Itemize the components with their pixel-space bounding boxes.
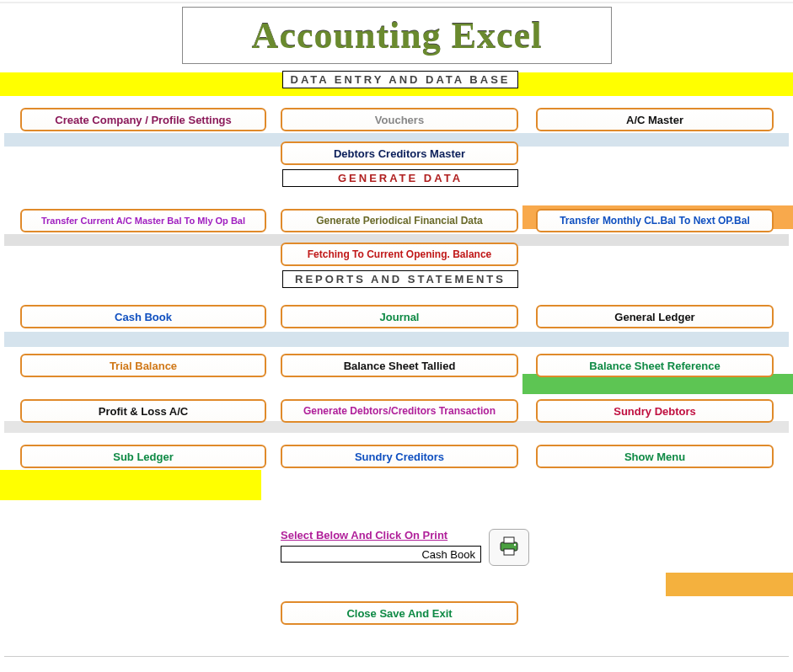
debtors-creditors-master-button[interactable]: Debtors Creditors Master	[281, 141, 518, 165]
section-header-dataentry: DATA ENTRY AND DATA BASE	[282, 71, 518, 88]
svg-point-3	[514, 544, 516, 546]
svg-rect-1	[504, 537, 514, 543]
app-title: Accounting Excel	[252, 14, 543, 57]
ac-master-button[interactable]: A/C Master	[536, 108, 774, 131]
transfer-ac-master-button[interactable]: Transfer Current A/C Master Bal To Mly O…	[20, 209, 266, 232]
fetching-opening-button[interactable]: Fetching To Current Opening. Balance	[281, 243, 518, 266]
balance-sheet-tallied-button[interactable]: Balance Sheet Tallied	[281, 354, 518, 377]
general-ledger-button[interactable]: General Ledger	[536, 305, 774, 328]
app-title-box: Accounting Excel	[182, 7, 612, 64]
balance-sheet-reference-button[interactable]: Balance Sheet Reference	[536, 354, 774, 377]
create-company-button[interactable]: Create Company / Profile Settings	[20, 108, 266, 131]
sundry-debtors-button[interactable]: Sundry Debtors	[536, 399, 774, 423]
trial-balance-button[interactable]: Trial Balance	[20, 354, 266, 377]
generate-debtors-creditors-button[interactable]: Generate Debtors/Creditors Transaction	[281, 399, 518, 423]
print-button[interactable]	[489, 529, 529, 566]
print-select-input[interactable]: Cash Book	[281, 546, 481, 563]
close-save-exit-button[interactable]: Close Save And Exit	[281, 601, 518, 625]
section-header-reports: REPORTS AND STATEMENTS	[282, 270, 518, 288]
profit-loss-button[interactable]: Profit & Loss A/C	[20, 399, 266, 423]
show-menu-button[interactable]: Show Menu	[536, 445, 774, 468]
section-header-generate: GENERATE DATA	[282, 169, 518, 187]
transfer-monthly-button[interactable]: Transfer Monthly CL.Bal To Next OP.Bal	[536, 209, 774, 232]
journal-button[interactable]: Journal	[281, 305, 518, 328]
cash-book-button[interactable]: Cash Book	[20, 305, 266, 328]
svg-rect-2	[504, 549, 514, 555]
sub-ledger-button[interactable]: Sub Ledger	[20, 445, 266, 468]
generate-periodical-button[interactable]: Generate Periodical Financial Data	[281, 209, 518, 232]
print-label: Select Below And Click On Print	[281, 529, 447, 541]
sundry-creditors-button[interactable]: Sundry Creditors	[281, 445, 518, 468]
vouchers-button[interactable]: Vouchers	[281, 108, 518, 131]
printer-icon	[496, 532, 522, 563]
